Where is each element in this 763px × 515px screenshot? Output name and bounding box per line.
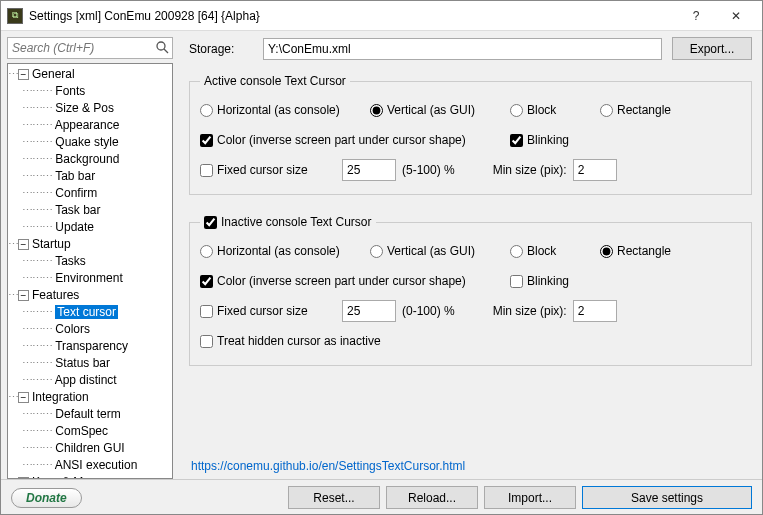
- tree-transparency[interactable]: ⋯⋯⋯ Transparency: [8, 338, 172, 355]
- active-color-check[interactable]: Color (inverse screen part under cursor …: [200, 133, 510, 147]
- sidebar: ⋯−General ⋯⋯⋯ Fonts ⋯⋯⋯ Size & Pos ⋯⋯⋯ A…: [1, 31, 179, 479]
- search-input[interactable]: [7, 37, 173, 59]
- tree-appearance[interactable]: ⋯⋯⋯ Appearance: [8, 117, 172, 134]
- reset-button[interactable]: Reset...: [288, 486, 380, 509]
- tree-defaultterm[interactable]: ⋯⋯⋯ Default term: [8, 406, 172, 423]
- tree-comspec[interactable]: ⋯⋯⋯ ComSpec: [8, 423, 172, 440]
- close-button[interactable]: ✕: [716, 1, 756, 30]
- storage-label: Storage:: [189, 42, 253, 56]
- active-range-label: (5-100) %: [402, 163, 455, 177]
- inactive-fixed-check[interactable]: Fixed cursor size: [200, 304, 326, 318]
- inactive-block-radio[interactable]: Block: [510, 244, 600, 258]
- active-min-input[interactable]: [573, 159, 617, 181]
- active-block-radio[interactable]: Block: [510, 103, 600, 117]
- tree-sizepos[interactable]: ⋯⋯⋯ Size & Pos: [8, 100, 172, 117]
- tree-ansi[interactable]: ⋯⋯⋯ ANSI execution: [8, 457, 172, 474]
- inactive-range-label: (0-100) %: [402, 304, 455, 318]
- help-link[interactable]: https://conemu.github.io/en/SettingsText…: [191, 459, 465, 473]
- tree-update[interactable]: ⋯⋯⋯ Update: [8, 219, 172, 236]
- treat-hidden-check[interactable]: Treat hidden cursor as inactive: [200, 334, 381, 348]
- storage-input[interactable]: [263, 38, 662, 60]
- save-settings-button[interactable]: Save settings: [582, 486, 752, 509]
- tree-keys[interactable]: ⋯−Keys & Macro: [8, 474, 172, 479]
- inactive-min-label: Min size (pix):: [493, 304, 567, 318]
- active-blinking-check[interactable]: Blinking: [510, 133, 569, 147]
- inactive-legend[interactable]: Inactive console Text Cursor: [200, 215, 376, 229]
- active-cursor-group: Active console Text Cursor Horizontal (a…: [189, 74, 752, 195]
- tree-statusbar[interactable]: ⋯⋯⋯ Status bar: [8, 355, 172, 372]
- inactive-blinking-check[interactable]: Blinking: [510, 274, 569, 288]
- tree-general[interactable]: ⋯−General: [8, 66, 172, 83]
- tree-features[interactable]: ⋯−Features: [8, 287, 172, 304]
- svg-line-1: [164, 49, 168, 53]
- export-button[interactable]: Export...: [672, 37, 752, 60]
- tree-integration[interactable]: ⋯−Integration: [8, 389, 172, 406]
- help-button[interactable]: ?: [676, 1, 716, 30]
- main-panel: Storage: Export... Active console Text C…: [179, 31, 762, 479]
- inactive-min-input[interactable]: [573, 300, 617, 322]
- window-title: Settings [xml] ConEmu 200928 [64] {Alpha…: [29, 9, 676, 23]
- active-min-label: Min size (pix):: [493, 163, 567, 177]
- import-button[interactable]: Import...: [484, 486, 576, 509]
- tree-textcursor[interactable]: ⋯⋯⋯ Text cursor: [8, 304, 172, 321]
- inactive-size-input[interactable]: [342, 300, 396, 322]
- tree-tasks[interactable]: ⋯⋯⋯ Tasks: [8, 253, 172, 270]
- tree-tabbar[interactable]: ⋯⋯⋯ Tab bar: [8, 168, 172, 185]
- active-size-input[interactable]: [342, 159, 396, 181]
- inactive-color-check[interactable]: Color (inverse screen part under cursor …: [200, 274, 510, 288]
- inactive-horizontal-radio[interactable]: Horizontal (as console): [200, 244, 370, 258]
- tree-environment[interactable]: ⋯⋯⋯ Environment: [8, 270, 172, 287]
- active-rectangle-radio[interactable]: Rectangle: [600, 103, 671, 117]
- tree-fonts[interactable]: ⋯⋯⋯ Fonts: [8, 83, 172, 100]
- tree-startup[interactable]: ⋯−Startup: [8, 236, 172, 253]
- search-icon[interactable]: [155, 40, 169, 57]
- tree-childrengui[interactable]: ⋯⋯⋯ Children GUI: [8, 440, 172, 457]
- tree-appdistinct[interactable]: ⋯⋯⋯ App distinct: [8, 372, 172, 389]
- settings-tree[interactable]: ⋯−General ⋯⋯⋯ Fonts ⋯⋯⋯ Size & Pos ⋯⋯⋯ A…: [7, 63, 173, 479]
- reload-button[interactable]: Reload...: [386, 486, 478, 509]
- tree-quake[interactable]: ⋯⋯⋯ Quake style: [8, 134, 172, 151]
- titlebar: ⧉ Settings [xml] ConEmu 200928 [64] {Alp…: [1, 1, 762, 31]
- inactive-vertical-radio[interactable]: Vertical (as GUI): [370, 244, 510, 258]
- inactive-cursor-group: Inactive console Text Cursor Horizontal …: [189, 215, 752, 366]
- active-fixed-check[interactable]: Fixed cursor size: [200, 163, 326, 177]
- tree-confirm[interactable]: ⋯⋯⋯ Confirm: [8, 185, 172, 202]
- svg-point-0: [157, 42, 165, 50]
- inactive-rectangle-radio[interactable]: Rectangle: [600, 244, 671, 258]
- active-vertical-radio[interactable]: Vertical (as GUI): [370, 103, 510, 117]
- tree-taskbar[interactable]: ⋯⋯⋯ Task bar: [8, 202, 172, 219]
- active-horizontal-radio[interactable]: Horizontal (as console): [200, 103, 370, 117]
- tree-colors[interactable]: ⋯⋯⋯ Colors: [8, 321, 172, 338]
- donate-button[interactable]: Donate: [11, 488, 82, 508]
- app-icon: ⧉: [7, 8, 23, 24]
- active-legend: Active console Text Cursor: [200, 74, 350, 88]
- footer: Donate Reset... Reload... Import... Save…: [1, 479, 762, 515]
- tree-background[interactable]: ⋯⋯⋯ Background: [8, 151, 172, 168]
